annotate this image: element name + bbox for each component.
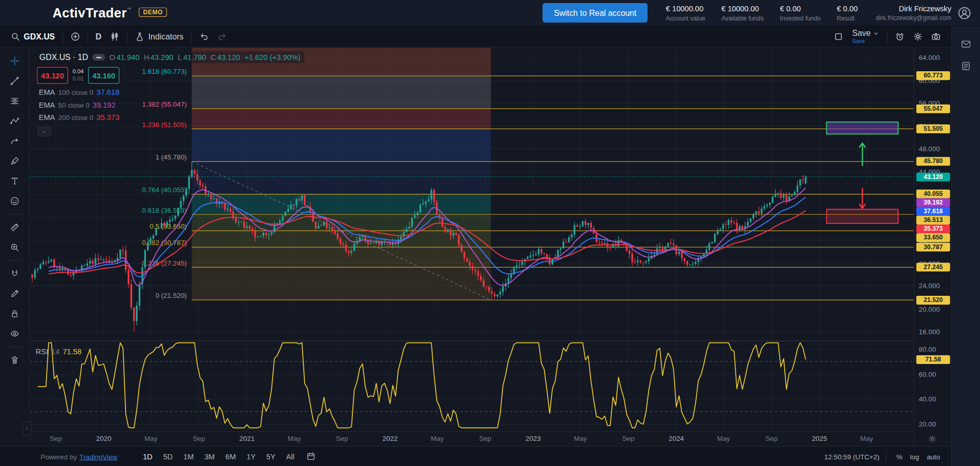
tool-separator [6,214,24,214]
lock-icon [10,309,19,318]
plus-circle-icon [71,32,80,41]
screenshot-button[interactable] [927,29,945,44]
price-badge: 33.650 [916,233,950,242]
undo-button[interactable] [195,29,213,44]
auto-scale-button[interactable]: auto [923,451,944,462]
ema-100-legend[interactable]: EMA 100 close 0 37.618 [36,88,123,98]
price-badge: 40.055 [916,190,950,198]
app-logo[interactable]: ActivTrader ™ DEMO [52,6,167,19]
collapse-toolbar-chevron[interactable] [23,421,31,435]
buy-button[interactable]: 43.160 [88,67,119,84]
news-icon[interactable] [961,60,971,71]
tool-separator [6,260,24,261]
toolbar-separator [62,30,63,43]
change-value: +1.620 (+3.90%) [244,53,300,62]
price-badge: 45.780 [916,157,950,166]
trash-tool-button[interactable] [4,352,25,369]
toolbar-separator [191,30,192,43]
alert-button[interactable] [891,29,909,44]
search-icon [11,32,20,41]
range-5d-button[interactable]: 5D [159,450,177,462]
eye-tool-button[interactable] [4,325,25,342]
undo-icon [199,32,208,41]
range-1d-button[interactable]: 1D [138,450,157,462]
clock[interactable]: 12:50:59 (UTC+2) [824,453,880,460]
zoom-icon [10,242,19,252]
user-info[interactable]: Dirk Friczewsky dirk.friczewsky@gmail.co… [876,5,951,22]
range-5y-button[interactable]: 5Y [262,450,280,462]
text-tool-button[interactable] [4,173,25,190]
save-sub-label: Save [852,38,865,44]
pattern-tool-button[interactable] [4,113,25,130]
rsi-tick: 40.00 [919,395,936,403]
price-badge: 21.520 [916,296,950,305]
legend-collapse-pill[interactable] [93,54,105,60]
lock-tool-button[interactable] [4,305,25,322]
symbol-legend[interactable]: GDX.US · 1D O41.940 H43.290 L41.790 C43.… [36,51,304,63]
rsi-tick: 80.00 [919,345,936,353]
indicators-button[interactable]: Indicators [131,29,187,44]
price-badge: 43.120 [916,173,950,181]
indicators-collapse-button[interactable] [37,127,51,136]
alert-clock-icon [895,32,904,41]
chart-settings-button[interactable] [909,29,927,44]
trend-line-tool-button[interactable] [4,73,25,90]
sell-button[interactable]: 43.120 [37,67,68,84]
price-axis[interactable]: 64.00060.00056.00052.00048.00044.00040.0… [914,48,951,446]
switch-to-real-button[interactable]: Switch to Real account [543,3,648,23]
bottom-bar: Powered by TradingView 1D5D1M3M6M1Y5YAll… [0,446,951,466]
price-tick: 20.000 [919,305,940,313]
magnet-tool-button[interactable] [4,265,25,282]
legend-title: GDX.US · 1D [39,52,88,62]
brush-icon [10,156,19,166]
measure-tool-button[interactable] [4,219,25,236]
tradingview-link[interactable]: TradingView [79,453,117,460]
chart-toolbar: GDX.US D Indicators Save [0,26,951,47]
forecast-tool-button[interactable] [4,133,25,150]
redo-button[interactable] [213,29,231,44]
log-scale-button[interactable]: log [906,451,923,462]
rsi-legend[interactable]: RSI 14 71.58 [36,347,82,356]
target-zone-rect[interactable] [826,122,898,134]
range-all-button[interactable]: All [282,450,299,462]
rsi-tick: 20.00 [919,420,936,428]
ema-50-legend[interactable]: EMA 50 close 0 39.192 [36,100,119,110]
right-panel-strip [951,26,980,466]
stat-available-funds: € 10000.00 Available funds [713,4,772,22]
timeframe-button[interactable]: D [91,29,106,44]
emoji-icon [10,196,19,206]
svg-text:1.618 (60.773): 1.618 (60.773) [142,68,186,75]
mail-icon[interactable] [961,39,971,50]
chart-canvas[interactable]: 1.618 (60.773)1.382 (55.047)1.236 (51.50… [30,48,914,446]
ema-200-legend[interactable]: EMA 200 close 0 35.373 [36,113,123,123]
text-icon [10,176,19,186]
stop-zone-rect[interactable] [826,209,898,223]
save-label: Save [852,29,870,38]
range-3m-button[interactable]: 3M [200,450,219,462]
minus-icon [96,56,101,57]
emoji-tool-button[interactable] [4,193,25,210]
save-button[interactable]: Save Save [848,28,884,45]
symbol-search-button[interactable]: GDX.US [6,29,59,44]
percent-scale-button[interactable]: % [892,451,906,462]
range-1y-button[interactable]: 1Y [242,450,260,462]
account-stats: € 10000.00 Account value € 10000.00 Avai… [658,4,866,22]
time-axis[interactable] [30,432,914,446]
edit-tool-button[interactable] [4,285,25,302]
chevron-up-icon [41,129,48,135]
compare-button[interactable] [66,29,84,44]
zoom-tool-button[interactable] [4,239,25,256]
avatar-icon[interactable] [957,6,971,20]
calendar-icon[interactable] [306,452,316,461]
up-arrow[interactable] [859,143,865,166]
crosshair-tool-button[interactable] [4,52,25,69]
range-1m-button[interactable]: 1M [179,450,198,462]
fib-retracement-tool-button[interactable] [4,93,25,110]
range-6m-button[interactable]: 6M [221,450,240,462]
time-settings-gear-icon[interactable] [928,434,936,445]
powered-by-label: Powered by [40,453,77,460]
brush-tool-button[interactable] [4,153,25,170]
layout-button[interactable] [830,29,848,44]
down-arrow[interactable] [859,188,865,208]
chart-style-button[interactable] [106,29,123,44]
